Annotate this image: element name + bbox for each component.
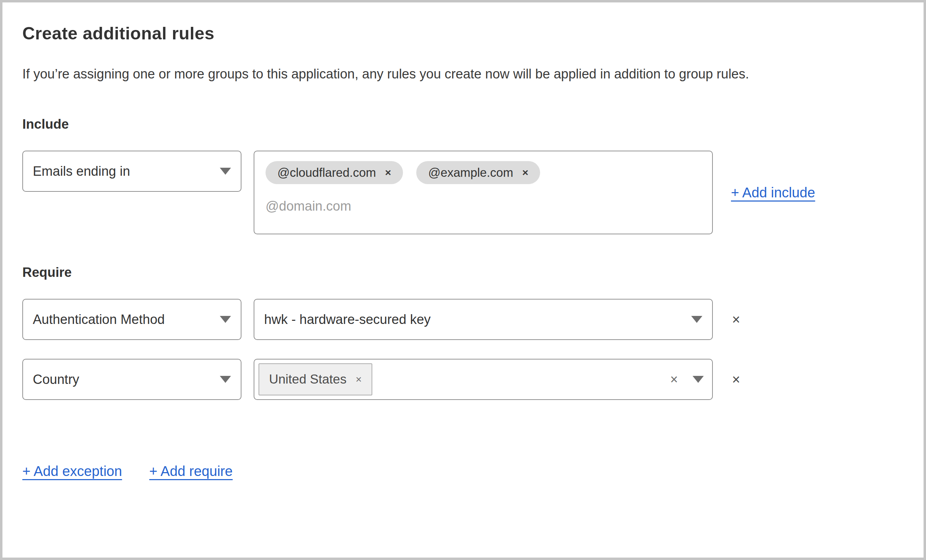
email-tag: @example.com × bbox=[416, 161, 540, 184]
require-rule-row-auth: Authentication Method hwk - hardware-sec… bbox=[22, 299, 904, 340]
remove-rule-button[interactable]: × bbox=[732, 312, 740, 326]
country-selector-value: Country bbox=[33, 372, 79, 387]
add-exception-link[interactable]: + Add exception bbox=[22, 463, 122, 479]
include-heading: Include bbox=[22, 117, 904, 132]
clear-icon[interactable]: × bbox=[670, 373, 678, 386]
email-tag: @cloudflared.com × bbox=[266, 161, 403, 184]
include-rule-row: Emails ending in @cloudflared.com × @exa… bbox=[22, 151, 904, 234]
email-tags-field[interactable]: @cloudflared.com × @example.com × bbox=[254, 151, 713, 234]
require-heading: Require bbox=[22, 265, 904, 280]
create-rules-panel: Create additional rules If you’re assign… bbox=[2, 2, 924, 479]
chevron-down-icon bbox=[220, 168, 231, 175]
email-tag-label: @example.com bbox=[428, 166, 513, 180]
add-include-link[interactable]: + Add include bbox=[731, 185, 815, 201]
intro-text: If you’re assigning one or more groups t… bbox=[22, 62, 884, 86]
remove-tag-icon[interactable]: × bbox=[385, 168, 392, 178]
remove-tag-icon[interactable]: × bbox=[522, 168, 529, 178]
country-selector-dropdown[interactable]: Country bbox=[22, 359, 241, 400]
footer-links: + Add exception + Add require bbox=[22, 463, 904, 479]
email-domain-input[interactable] bbox=[266, 199, 580, 214]
page-title: Create additional rules bbox=[22, 23, 904, 44]
email-tag-label: @cloudflared.com bbox=[277, 166, 376, 180]
include-selector-value: Emails ending in bbox=[33, 164, 130, 179]
auth-method-value: hwk - hardware-secured key bbox=[264, 312, 431, 327]
chevron-down-icon bbox=[220, 376, 231, 383]
country-tag-label: United States bbox=[269, 372, 346, 387]
add-require-link[interactable]: + Add require bbox=[149, 463, 233, 479]
remove-tag-icon[interactable]: × bbox=[356, 374, 362, 385]
chevron-down-icon bbox=[693, 376, 704, 383]
email-tag-list: @cloudflared.com × @example.com × bbox=[266, 161, 701, 184]
require-selector-dropdown[interactable]: Authentication Method bbox=[22, 299, 241, 340]
include-selector-dropdown[interactable]: Emails ending in bbox=[22, 151, 241, 192]
auth-method-dropdown[interactable]: hwk - hardware-secured key bbox=[254, 299, 713, 340]
chevron-down-icon bbox=[220, 316, 231, 323]
require-selector-value: Authentication Method bbox=[33, 312, 165, 327]
chevron-down-icon bbox=[691, 316, 702, 323]
country-multiselect[interactable]: United States × × bbox=[254, 359, 713, 400]
remove-rule-button[interactable]: × bbox=[732, 373, 740, 386]
require-rule-row-country: Country United States × × × bbox=[22, 359, 904, 400]
country-tag: United States × bbox=[259, 363, 372, 395]
